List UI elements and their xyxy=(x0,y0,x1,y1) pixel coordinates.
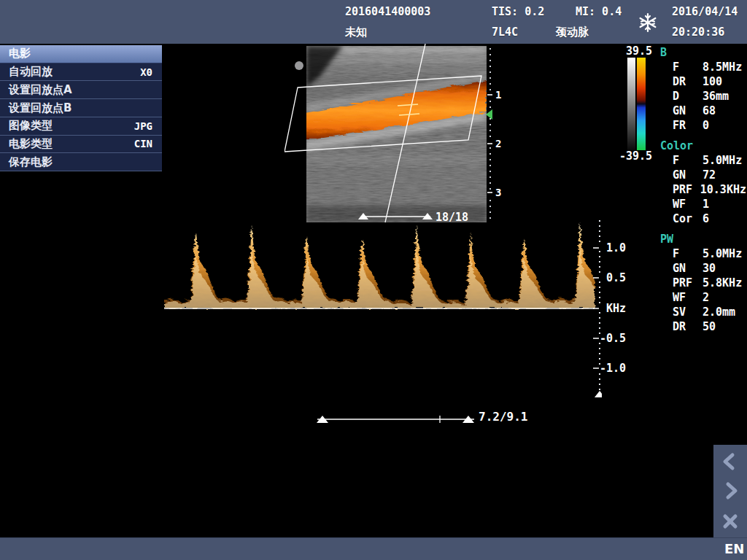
param-row: Cor6 xyxy=(660,211,746,226)
top-status-bar: 2016041400003 TIS: 0.2 MI: 0.4 2016/04/1… xyxy=(0,0,747,44)
menu-item-auto-replay[interactable]: 自动回放 X0 xyxy=(0,63,162,82)
depth-label-3: 3 xyxy=(495,187,501,198)
menu-item-cine-type[interactable]: 电影类型 CIN xyxy=(0,136,162,154)
chevron-right-icon[interactable] xyxy=(721,481,740,500)
patient-name: 未知 xyxy=(345,26,367,39)
tis-value: TIS: 0.2 xyxy=(492,5,544,18)
b-mode-title: B xyxy=(660,45,746,60)
mi-value: MI: 0.4 xyxy=(576,5,622,18)
focus-position-marker[interactable] xyxy=(486,109,492,120)
param-row: F5.0MHz xyxy=(660,246,746,261)
param-row: GN68 xyxy=(660,104,746,118)
pw-mode-title: PW xyxy=(660,232,746,246)
param-row: F8.5MHz xyxy=(660,60,746,74)
menu-item-value: JPG xyxy=(134,120,152,132)
date-display: 2016/04/14 xyxy=(672,5,738,18)
menu-item-label: 电影 xyxy=(9,47,31,61)
b-mode-image: 18/18 xyxy=(285,44,505,226)
ultrasound-screen: 2016041400003 TIS: 0.2 MI: 0.4 2016/04/1… xyxy=(0,0,747,560)
axis-label-pos1: 1.0 xyxy=(606,241,641,254)
param-row: SV2.0mm xyxy=(660,305,746,319)
param-row: FR0 xyxy=(660,118,746,133)
cine-menu: 电影 自动回放 X0 设置回放点A 设置回放点B 图像类型 JPG 电影类型 C… xyxy=(0,45,162,171)
depth-label-1: 1 xyxy=(495,89,501,101)
velocity-scale-min: -39.5 xyxy=(619,149,652,163)
param-row: PRF5.8KHz xyxy=(660,276,746,290)
menu-item-label: 设置回放点B xyxy=(9,101,71,115)
menu-item-label: 设置回放点A xyxy=(9,83,72,97)
param-row: DR50 xyxy=(660,319,746,334)
menu-item-value: X0 xyxy=(140,66,152,78)
param-row: D36mm xyxy=(660,89,746,104)
spectrum-scroll-position: 7.2/9.1 xyxy=(479,410,527,424)
param-row: F5.0MHz xyxy=(660,153,746,168)
color-mode-title: Color xyxy=(660,139,746,153)
bottom-status-bar: EN xyxy=(0,537,747,560)
menu-item-label: 自动回放 xyxy=(9,65,53,79)
thumbnail-strip xyxy=(0,444,713,537)
param-row: GN72 xyxy=(660,168,746,182)
ultrasound-tissue xyxy=(305,46,487,222)
axis-label-neg05: -0.5 xyxy=(600,332,635,345)
patient-id: 2016041400003 xyxy=(345,5,430,18)
exam-preset: 颈动脉 xyxy=(556,26,589,39)
depth-label-2: 2 xyxy=(495,138,501,149)
menu-item-cine[interactable]: 电影 xyxy=(0,45,162,63)
menu-item-label: 电影类型 xyxy=(9,137,53,151)
menu-item-label: 保存电影 xyxy=(9,155,53,169)
language-indicator[interactable]: EN xyxy=(724,541,744,556)
parameter-panel: B F8.5MHz DR100 D36mm GN68 FR0 Color F5.… xyxy=(660,45,746,334)
grayscale-and-color-bar xyxy=(626,57,649,152)
spectrum-scrollbar[interactable] xyxy=(314,410,479,427)
param-row: GN30 xyxy=(660,261,746,276)
grayscale-bar xyxy=(627,58,635,150)
freeze-snowflake-icon xyxy=(638,12,658,33)
param-row: WF1 xyxy=(660,197,746,211)
menu-item-value: CIN xyxy=(134,138,152,149)
chevron-left-icon[interactable] xyxy=(721,452,740,471)
param-row: WF2 xyxy=(660,290,746,305)
menu-item-image-type[interactable]: 图像类型 JPG xyxy=(0,117,162,136)
close-icon[interactable] xyxy=(721,512,740,531)
axis-label-pos05: 0.5 xyxy=(606,271,641,284)
velocity-scale-max: 39.5 xyxy=(626,44,652,58)
param-row: PRF10.3KHz xyxy=(660,182,746,197)
menu-item-set-replay-point-a[interactable]: 设置回放点A xyxy=(0,81,162,99)
time-display: 20:20:36 xyxy=(672,26,724,39)
probe-orientation-marker xyxy=(295,61,303,70)
menu-item-set-replay-point-b[interactable]: 设置回放点B xyxy=(0,99,162,117)
baseline-marker[interactable] xyxy=(595,391,602,397)
axis-unit-khz: KHz xyxy=(606,302,641,315)
menu-item-label: 图像类型 xyxy=(9,119,53,133)
color-doppler-bar xyxy=(637,58,646,150)
probe-model: 7L4C xyxy=(492,26,518,39)
depth-ruler: 1 2 3 xyxy=(484,44,515,226)
pw-spectrum xyxy=(164,219,602,402)
menu-item-save-cine[interactable]: 保存电影 xyxy=(0,153,162,171)
thumbnail-nav-panel xyxy=(713,445,747,537)
param-row: DR100 xyxy=(660,74,746,89)
axis-label-neg1: -1.0 xyxy=(600,362,635,375)
